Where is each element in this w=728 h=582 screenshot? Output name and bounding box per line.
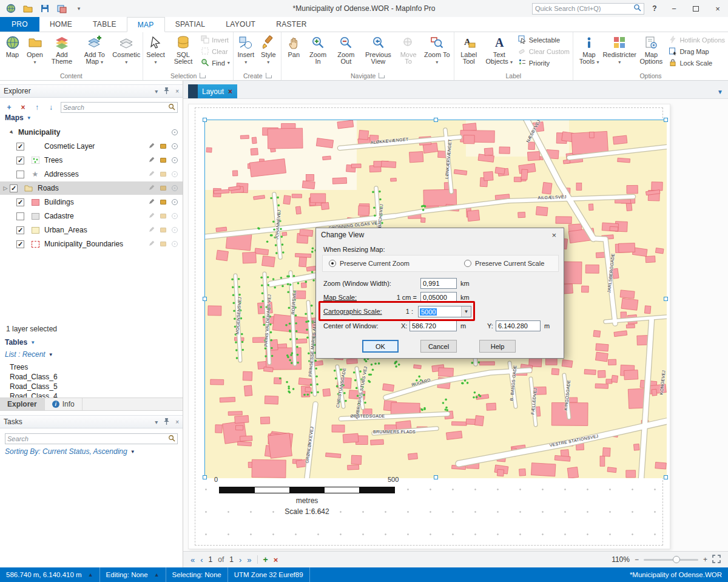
layer-checkbox[interactable]: ✓ — [16, 198, 24, 206]
tab-table[interactable]: TABLE — [83, 17, 127, 32]
layer-swatch-cream[interactable] — [31, 226, 39, 234]
close-panel-icon[interactable]: × — [175, 419, 179, 425]
style-icon[interactable] — [172, 143, 178, 149]
add-to-map-button[interactable]: Add To Map ▾ — [78, 33, 112, 71]
map-options-button[interactable]: Map Options — [635, 33, 667, 71]
statusbar-projection[interactable]: UTM Zone 32 Euref89 — [228, 567, 310, 582]
redistricter-button[interactable]: Redistricter ▾ — [604, 33, 635, 71]
help-button[interactable]: ? — [648, 4, 661, 13]
combo-dropdown-icon[interactable]: ▼ — [461, 306, 471, 317]
previous-view-button[interactable]: Previous View — [361, 33, 395, 71]
radio-preserve-scale[interactable] — [464, 260, 471, 267]
add-to-map-tool-icon[interactable]: + — [5, 103, 13, 112]
tab-spatial[interactable]: SPATIAL — [165, 17, 216, 32]
selectable-button[interactable]: Selectable — [518, 35, 570, 44]
collapse-panel-icon[interactable]: ▾ — [155, 88, 158, 95]
frame-handle[interactable] — [434, 475, 438, 479]
style-icon[interactable] — [172, 185, 178, 191]
statusbar-editing[interactable]: Editing: None▲ — [100, 567, 166, 582]
layer-row-municipality-boundaries[interactable]: ✓ Municipality_Boundaries — [0, 237, 183, 251]
edit-pencil-icon[interactable] — [149, 142, 155, 151]
zoom-slider[interactable] — [644, 559, 698, 561]
maps-section-label[interactable]: Maps▼ — [5, 113, 32, 122]
frame-handle[interactable] — [203, 118, 207, 122]
style-icon[interactable] — [172, 227, 178, 233]
layer-checkbox[interactable] — [16, 171, 24, 178]
layer-row-roads[interactable]: ▷ ✓ Roads — [0, 181, 183, 195]
tab-pro[interactable]: PRO — [0, 17, 39, 32]
layer-checkbox[interactable]: ✓ — [16, 226, 24, 234]
layer-swatch-red-dash[interactable] — [31, 240, 39, 248]
layer-row-cadastre[interactable]: Cadastre — [0, 209, 183, 223]
dialog-launcher-icon[interactable] — [200, 73, 205, 78]
label-tool-button[interactable]: A Label Tool — [456, 33, 482, 71]
pan-button[interactable]: Pan — [283, 33, 305, 71]
close-tab-icon[interactable]: × — [228, 87, 232, 96]
edit-pencil-icon[interactable] — [149, 198, 155, 206]
table-item[interactable]: Road_Class_5 — [10, 382, 58, 391]
delete-page-icon[interactable]: × — [274, 555, 278, 564]
close-table-icon[interactable]: × — [19, 103, 27, 112]
radio-preserve-zoom-label[interactable]: Preserve Current Zoom — [340, 260, 410, 267]
x-field[interactable]: 586.720 — [410, 320, 457, 331]
layer-swatch-star[interactable]: ★ — [31, 171, 39, 178]
style-icon[interactable] — [172, 171, 178, 177]
dialog-launcher-icon[interactable] — [379, 73, 384, 78]
move-up-icon[interactable]: ↑ — [33, 103, 41, 112]
pin-icon[interactable] — [163, 418, 170, 427]
layer-checkbox[interactable]: ✓ — [16, 143, 24, 151]
find-button[interactable]: Find ▾ — [201, 58, 229, 67]
tab-info[interactable]: iInfo — [45, 398, 83, 410]
edit-pencil-icon[interactable] — [149, 170, 155, 178]
tab-layout[interactable]: LAYOUT — [215, 17, 266, 32]
label-badge-icon[interactable] — [160, 242, 166, 246]
edit-pencil-icon[interactable] — [149, 226, 155, 234]
style-icon[interactable] — [172, 241, 178, 247]
layer-swatch-trees[interactable] — [31, 157, 39, 164]
open-button[interactable]: Open ▾ — [24, 33, 46, 71]
layout-document-tab[interactable]: Layout × — [188, 84, 237, 98]
label-badge-icon[interactable] — [160, 172, 166, 177]
tab-explorer[interactable]: Explorer — [0, 398, 45, 410]
explorer-search[interactable] — [61, 102, 178, 113]
statusbar-coordinates[interactable]: 586.740 m, 6.140.410 m▲ — [0, 567, 100, 582]
search-icon[interactable] — [168, 435, 175, 444]
quick-search[interactable] — [532, 3, 644, 15]
map-scale-field[interactable]: 0,05000 — [420, 292, 457, 303]
cartographic-scale-value[interactable]: 5000 — [420, 308, 437, 316]
insert-button[interactable]: Insert ▾ — [235, 33, 257, 71]
y-field[interactable]: 6.140.280 — [496, 320, 541, 331]
layer-swatch-pink[interactable] — [31, 198, 39, 206]
search-icon[interactable] — [633, 4, 641, 13]
label-badge-icon[interactable] — [160, 214, 166, 218]
explorer-panel-header[interactable]: Explorer ▾ × — [0, 84, 183, 98]
style-button[interactable]: Style ▾ — [257, 33, 280, 71]
add-theme-button[interactable]: Add Theme — [46, 33, 78, 71]
save-workspace-icon[interactable] — [57, 4, 67, 13]
edit-pencil-icon[interactable] — [149, 212, 155, 220]
zoom-out-button[interactable]: Zoom Out — [331, 33, 361, 71]
cosmetic-button[interactable]: Cosmetic ▾ — [112, 33, 141, 71]
dialog-close-icon[interactable]: × — [549, 231, 559, 240]
frame-handle[interactable] — [203, 475, 207, 479]
select-button[interactable]: Select ▾ — [144, 33, 167, 71]
edit-pencil-icon[interactable] — [149, 184, 155, 192]
text-objects-button[interactable]: A Text Objects ▾ — [482, 33, 516, 71]
zoom-in-button[interactable]: Zoom In — [305, 33, 331, 71]
statusbar-selecting[interactable]: Selecting: None — [166, 567, 228, 582]
tasks-search[interactable] — [5, 433, 178, 444]
zoom-width-field[interactable]: 0,991 — [420, 278, 457, 289]
zoom-slider-thumb[interactable] — [673, 556, 680, 563]
frame-handle[interactable] — [664, 297, 668, 301]
quick-search-input[interactable] — [535, 5, 633, 12]
zoom-to-button[interactable]: Zoom To ▾ — [422, 33, 453, 71]
table-item[interactable]: Road_Class_6 — [10, 373, 58, 381]
label-badge-icon[interactable] — [160, 228, 166, 232]
tables-section-label[interactable]: Tables▼ — [5, 338, 35, 347]
expanded-icon[interactable]: ▼ — [7, 127, 17, 138]
tab-map[interactable]: MAP — [127, 17, 165, 32]
label-badge-icon[interactable] — [160, 186, 166, 191]
map-button[interactable]: Map — [1, 33, 24, 71]
layer-checkbox[interactable]: ✓ — [10, 184, 18, 192]
fit-view-icon[interactable] — [712, 555, 721, 565]
